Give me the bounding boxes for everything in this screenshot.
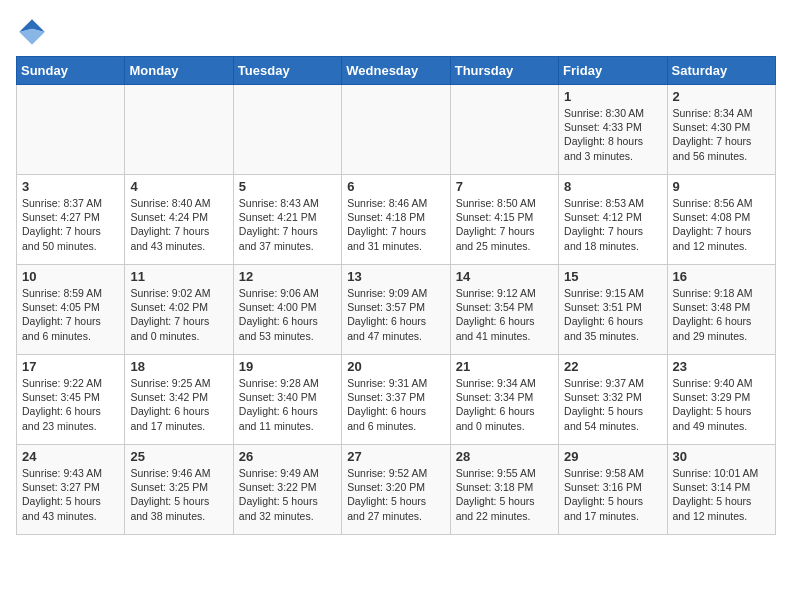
logo — [16, 16, 52, 48]
cell-details: Sunrise: 9:09 AM Sunset: 3:57 PM Dayligh… — [347, 286, 444, 343]
day-number: 20 — [347, 359, 444, 374]
calendar-cell: 20Sunrise: 9:31 AM Sunset: 3:37 PM Dayli… — [342, 355, 450, 445]
cell-details: Sunrise: 8:53 AM Sunset: 4:12 PM Dayligh… — [564, 196, 661, 253]
day-number: 2 — [673, 89, 770, 104]
day-number: 28 — [456, 449, 553, 464]
cell-details: Sunrise: 9:12 AM Sunset: 3:54 PM Dayligh… — [456, 286, 553, 343]
day-number: 29 — [564, 449, 661, 464]
calendar-cell: 13Sunrise: 9:09 AM Sunset: 3:57 PM Dayli… — [342, 265, 450, 355]
day-number: 17 — [22, 359, 119, 374]
cell-details: Sunrise: 9:25 AM Sunset: 3:42 PM Dayligh… — [130, 376, 227, 433]
day-number: 24 — [22, 449, 119, 464]
day-number: 11 — [130, 269, 227, 284]
calendar-cell — [125, 85, 233, 175]
cell-details: Sunrise: 9:02 AM Sunset: 4:02 PM Dayligh… — [130, 286, 227, 343]
day-header-sunday: Sunday — [17, 57, 125, 85]
calendar-cell: 28Sunrise: 9:55 AM Sunset: 3:18 PM Dayli… — [450, 445, 558, 535]
cell-details: Sunrise: 8:46 AM Sunset: 4:18 PM Dayligh… — [347, 196, 444, 253]
calendar-cell: 22Sunrise: 9:37 AM Sunset: 3:32 PM Dayli… — [559, 355, 667, 445]
cell-details: Sunrise: 8:37 AM Sunset: 4:27 PM Dayligh… — [22, 196, 119, 253]
calendar-cell: 14Sunrise: 9:12 AM Sunset: 3:54 PM Dayli… — [450, 265, 558, 355]
day-number: 19 — [239, 359, 336, 374]
day-number: 10 — [22, 269, 119, 284]
day-number: 15 — [564, 269, 661, 284]
cell-details: Sunrise: 9:28 AM Sunset: 3:40 PM Dayligh… — [239, 376, 336, 433]
cell-details: Sunrise: 9:18 AM Sunset: 3:48 PM Dayligh… — [673, 286, 770, 343]
cell-details: Sunrise: 9:15 AM Sunset: 3:51 PM Dayligh… — [564, 286, 661, 343]
day-number: 26 — [239, 449, 336, 464]
calendar-cell: 18Sunrise: 9:25 AM Sunset: 3:42 PM Dayli… — [125, 355, 233, 445]
calendar-cell: 16Sunrise: 9:18 AM Sunset: 3:48 PM Dayli… — [667, 265, 775, 355]
calendar-cell: 1Sunrise: 8:30 AM Sunset: 4:33 PM Daylig… — [559, 85, 667, 175]
svg-marker-1 — [19, 29, 45, 45]
calendar-cell: 30Sunrise: 10:01 AM Sunset: 3:14 PM Dayl… — [667, 445, 775, 535]
cell-details: Sunrise: 8:50 AM Sunset: 4:15 PM Dayligh… — [456, 196, 553, 253]
cell-details: Sunrise: 9:22 AM Sunset: 3:45 PM Dayligh… — [22, 376, 119, 433]
calendar-cell — [450, 85, 558, 175]
cell-details: Sunrise: 8:59 AM Sunset: 4:05 PM Dayligh… — [22, 286, 119, 343]
cell-details: Sunrise: 9:40 AM Sunset: 3:29 PM Dayligh… — [673, 376, 770, 433]
calendar-cell: 25Sunrise: 9:46 AM Sunset: 3:25 PM Dayli… — [125, 445, 233, 535]
cell-details: Sunrise: 9:52 AM Sunset: 3:20 PM Dayligh… — [347, 466, 444, 523]
day-number: 14 — [456, 269, 553, 284]
week-row-5: 24Sunrise: 9:43 AM Sunset: 3:27 PM Dayli… — [17, 445, 776, 535]
cell-details: Sunrise: 10:01 AM Sunset: 3:14 PM Daylig… — [673, 466, 770, 523]
calendar-header: SundayMondayTuesdayWednesdayThursdayFrid… — [17, 57, 776, 85]
week-row-1: 1Sunrise: 8:30 AM Sunset: 4:33 PM Daylig… — [17, 85, 776, 175]
day-number: 23 — [673, 359, 770, 374]
week-row-2: 3Sunrise: 8:37 AM Sunset: 4:27 PM Daylig… — [17, 175, 776, 265]
cell-details: Sunrise: 8:56 AM Sunset: 4:08 PM Dayligh… — [673, 196, 770, 253]
cell-details: Sunrise: 9:49 AM Sunset: 3:22 PM Dayligh… — [239, 466, 336, 523]
calendar-cell: 3Sunrise: 8:37 AM Sunset: 4:27 PM Daylig… — [17, 175, 125, 265]
cell-details: Sunrise: 9:31 AM Sunset: 3:37 PM Dayligh… — [347, 376, 444, 433]
calendar-cell: 21Sunrise: 9:34 AM Sunset: 3:34 PM Dayli… — [450, 355, 558, 445]
day-number: 9 — [673, 179, 770, 194]
week-row-3: 10Sunrise: 8:59 AM Sunset: 4:05 PM Dayli… — [17, 265, 776, 355]
calendar-table: SundayMondayTuesdayWednesdayThursdayFrid… — [16, 56, 776, 535]
day-number: 12 — [239, 269, 336, 284]
cell-details: Sunrise: 9:34 AM Sunset: 3:34 PM Dayligh… — [456, 376, 553, 433]
calendar-cell: 26Sunrise: 9:49 AM Sunset: 3:22 PM Dayli… — [233, 445, 341, 535]
day-header-saturday: Saturday — [667, 57, 775, 85]
calendar-cell: 10Sunrise: 8:59 AM Sunset: 4:05 PM Dayli… — [17, 265, 125, 355]
day-number: 6 — [347, 179, 444, 194]
day-header-tuesday: Tuesday — [233, 57, 341, 85]
day-number: 25 — [130, 449, 227, 464]
cell-details: Sunrise: 9:37 AM Sunset: 3:32 PM Dayligh… — [564, 376, 661, 433]
day-number: 3 — [22, 179, 119, 194]
cell-details: Sunrise: 9:43 AM Sunset: 3:27 PM Dayligh… — [22, 466, 119, 523]
calendar-cell: 6Sunrise: 8:46 AM Sunset: 4:18 PM Daylig… — [342, 175, 450, 265]
cell-details: Sunrise: 9:55 AM Sunset: 3:18 PM Dayligh… — [456, 466, 553, 523]
calendar-cell: 11Sunrise: 9:02 AM Sunset: 4:02 PM Dayli… — [125, 265, 233, 355]
day-number: 4 — [130, 179, 227, 194]
day-header-monday: Monday — [125, 57, 233, 85]
calendar-cell: 2Sunrise: 8:34 AM Sunset: 4:30 PM Daylig… — [667, 85, 775, 175]
calendar-cell: 4Sunrise: 8:40 AM Sunset: 4:24 PM Daylig… — [125, 175, 233, 265]
day-header-friday: Friday — [559, 57, 667, 85]
day-number: 18 — [130, 359, 227, 374]
calendar-cell: 23Sunrise: 9:40 AM Sunset: 3:29 PM Dayli… — [667, 355, 775, 445]
calendar-cell: 15Sunrise: 9:15 AM Sunset: 3:51 PM Dayli… — [559, 265, 667, 355]
week-row-4: 17Sunrise: 9:22 AM Sunset: 3:45 PM Dayli… — [17, 355, 776, 445]
day-number: 13 — [347, 269, 444, 284]
day-header-wednesday: Wednesday — [342, 57, 450, 85]
cell-details: Sunrise: 8:43 AM Sunset: 4:21 PM Dayligh… — [239, 196, 336, 253]
calendar-cell — [342, 85, 450, 175]
calendar-cell: 19Sunrise: 9:28 AM Sunset: 3:40 PM Dayli… — [233, 355, 341, 445]
day-header-thursday: Thursday — [450, 57, 558, 85]
cell-details: Sunrise: 9:58 AM Sunset: 3:16 PM Dayligh… — [564, 466, 661, 523]
calendar-cell — [17, 85, 125, 175]
cell-details: Sunrise: 8:30 AM Sunset: 4:33 PM Dayligh… — [564, 106, 661, 163]
calendar-cell: 24Sunrise: 9:43 AM Sunset: 3:27 PM Dayli… — [17, 445, 125, 535]
calendar-cell: 9Sunrise: 8:56 AM Sunset: 4:08 PM Daylig… — [667, 175, 775, 265]
day-number: 7 — [456, 179, 553, 194]
calendar-cell: 5Sunrise: 8:43 AM Sunset: 4:21 PM Daylig… — [233, 175, 341, 265]
day-number: 30 — [673, 449, 770, 464]
calendar-cell: 8Sunrise: 8:53 AM Sunset: 4:12 PM Daylig… — [559, 175, 667, 265]
cell-details: Sunrise: 8:34 AM Sunset: 4:30 PM Dayligh… — [673, 106, 770, 163]
calendar-cell — [233, 85, 341, 175]
calendar-body: 1Sunrise: 8:30 AM Sunset: 4:33 PM Daylig… — [17, 85, 776, 535]
calendar-cell: 12Sunrise: 9:06 AM Sunset: 4:00 PM Dayli… — [233, 265, 341, 355]
calendar-cell: 27Sunrise: 9:52 AM Sunset: 3:20 PM Dayli… — [342, 445, 450, 535]
calendar-cell: 17Sunrise: 9:22 AM Sunset: 3:45 PM Dayli… — [17, 355, 125, 445]
